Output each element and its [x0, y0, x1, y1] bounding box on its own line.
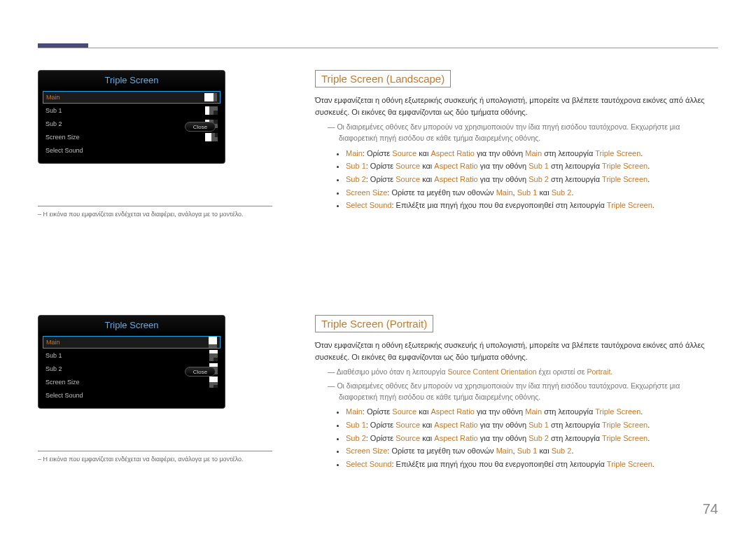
menu-item-main[interactable]: Main: [43, 91, 220, 104]
layout-icon-main: [204, 93, 217, 101]
image-disclaimer: – Η εικόνα που εμφανίζεται ενδέχεται να …: [38, 211, 290, 218]
menu-item-select-sound[interactable]: Select Sound: [43, 389, 220, 402]
close-button[interactable]: Close: [185, 367, 216, 377]
bullet-sound: Select Sound: Επιλέξτε μια πηγή ήχου που…: [346, 199, 718, 212]
section-title-landscape: Triple Screen (Landscape): [315, 70, 451, 87]
menu-item-select-sound[interactable]: Select Sound: [43, 144, 220, 157]
menu-item-sub1[interactable]: Sub 1: [43, 349, 220, 362]
bullet-size: Screen Size: Ορίστε τα μεγέθη των οθονών…: [346, 186, 718, 199]
bullet-main: Main: Ορίστε Source και Aspect Ratio για…: [346, 147, 718, 160]
menu-item-screen-size[interactable]: Screen Size: [43, 376, 220, 388]
layout-icon-sub1: [209, 350, 218, 361]
layout-icon-sub1: [205, 106, 218, 115]
landscape-description: Όταν εμφανίζεται η οθόνη εξωτερικής συσκ…: [315, 94, 718, 118]
note-divider: [38, 451, 272, 451]
layout-icon-size: [205, 133, 218, 141]
menu-item-screen-size[interactable]: Screen Size: [43, 131, 220, 143]
bullet-sound: Select Sound: Επιλέξτε μια πηγή ήχου που…: [346, 458, 718, 471]
portrait-note-0: Διαθέσιμο μόνο όταν η λειτουργία Source …: [315, 367, 718, 378]
portrait-description: Όταν εμφανίζεται η οθόνη εξωτερικής συσκ…: [315, 339, 718, 363]
image-disclaimer: – Η εικόνα που εμφανίζεται ενδέχεται να …: [38, 456, 290, 463]
triple-screen-menu-portrait: Triple Screen Main Sub 1 Sub 2 Screen Si…: [38, 315, 225, 409]
portrait-bullets: Main: Ορίστε Source και Aspect Ratio για…: [315, 405, 718, 470]
landscape-bullets: Main: Ορίστε Source και Aspect Ratio για…: [315, 147, 718, 212]
portrait-text: Triple Screen (Portrait) Όταν εμφανίζετα…: [315, 315, 718, 471]
bullet-size: Screen Size: Ορίστε τα μεγέθη των οθονών…: [346, 444, 718, 458]
bullet-sub2: Sub 2: Ορίστε Source και Aspect Ratio γι…: [346, 173, 718, 186]
close-button[interactable]: Close: [185, 122, 216, 132]
layout-icon-size: [209, 377, 218, 388]
portrait-note-1: Οι διαιρεμένες οθόνες δεν μπορούν να χρη…: [315, 381, 718, 403]
bullet-sub1: Sub 1: Ορίστε Source και Aspect Ratio γι…: [346, 160, 718, 173]
page-number: 74: [703, 501, 718, 517]
landscape-text: Triple Screen (Landscape) Όταν εμφανίζετ…: [315, 70, 718, 212]
section-title-portrait: Triple Screen (Portrait): [315, 315, 433, 332]
menu-item-sub1[interactable]: Sub 1: [43, 104, 220, 117]
portrait-menu-area: Triple Screen Main Sub 1 Sub 2 Screen Si…: [38, 315, 290, 463]
bullet-sub1: Sub 1: Ορίστε Source και Aspect Ratio γι…: [346, 419, 718, 432]
landscape-note-1: Οι διαιρεμένες οθόνες δεν μπορούν να χρη…: [315, 122, 718, 144]
menu-title: Triple Screen: [38, 316, 225, 336]
menu-item-main[interactable]: Main: [43, 336, 220, 349]
header-rule: [38, 48, 718, 48]
layout-icon-main: [209, 337, 217, 348]
bullet-main: Main: Ορίστε Source και Aspect Ratio για…: [346, 405, 718, 419]
note-divider: [38, 206, 272, 206]
triple-screen-menu-landscape: Triple Screen Main Sub 1 Sub 2 Screen Si…: [38, 70, 225, 164]
landscape-menu-area: Triple Screen Main Sub 1 Sub 2 Screen Si…: [38, 70, 290, 218]
bullet-sub2: Sub 2: Ορίστε Source και Aspect Ratio γι…: [346, 432, 718, 445]
menu-title: Triple Screen: [38, 71, 225, 91]
